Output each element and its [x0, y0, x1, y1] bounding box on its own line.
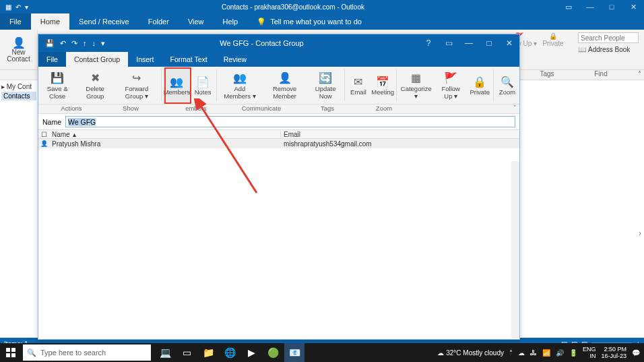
- start-button[interactable]: [0, 343, 22, 362]
- categorize-button-inner[interactable]: ▦Categorize ▾: [398, 67, 434, 104]
- remove-member-button[interactable]: 👤Remove Member: [261, 67, 308, 104]
- save-icon[interactable]: 💾: [45, 39, 55, 48]
- follow-up-button-inner[interactable]: 🚩Follow Up ▾: [434, 67, 468, 104]
- ribbon-display-icon[interactable]: ▭: [558, 0, 579, 13]
- inner-tab-insert[interactable]: Insert: [128, 52, 162, 67]
- inner-ribbon: 💾Save & Close ✖Delete Group ↪Forward Gro…: [38, 67, 519, 104]
- contacts-folder[interactable]: Contacts: [1, 92, 36, 100]
- up-icon[interactable]: ↑: [83, 39, 87, 47]
- taskbar-app-cortana[interactable]: 💻: [155, 343, 175, 362]
- taskbar-app-taskview[interactable]: ▭: [176, 343, 197, 362]
- inner-minimize-button[interactable]: —: [459, 34, 479, 52]
- tray-chevron-icon[interactable]: ˄: [509, 349, 513, 357]
- inner-tab-file[interactable]: File: [38, 52, 66, 67]
- sort-asc-icon: ▴: [73, 131, 76, 138]
- private-button[interactable]: 🔒 Private: [540, 32, 567, 47]
- categorize-icon-inner: ▦: [411, 71, 421, 85]
- tab-view[interactable]: View: [179, 13, 214, 30]
- lock-icon: 🔒: [549, 32, 557, 40]
- zoom-group-label: Zoom: [367, 104, 401, 113]
- address-book-label: Address Book: [588, 46, 630, 53]
- tray-battery-icon[interactable]: 🔋: [569, 349, 577, 357]
- inner-tab-format-text[interactable]: Format Text: [162, 52, 215, 67]
- inner-close-button[interactable]: ✕: [499, 34, 519, 52]
- inner-tab-contact-group[interactable]: Contact Group: [66, 52, 128, 67]
- taskbar-search[interactable]: 🔍 Type here to search: [23, 344, 151, 361]
- taskbar-app-explorer[interactable]: 📁: [198, 343, 218, 362]
- name-column-header[interactable]: Name ▴: [49, 131, 281, 138]
- down-icon[interactable]: ↓: [92, 39, 96, 47]
- tray-lang[interactable]: ENGIN: [583, 346, 596, 359]
- taskbar-app-ie[interactable]: 🌐: [220, 343, 240, 362]
- tags-group-label: Tags: [527, 70, 567, 80]
- tags-group-label-inner: Tags: [288, 104, 367, 113]
- zoom-icon: 🔍: [501, 75, 514, 88]
- meeting-icon: 📅: [376, 75, 389, 88]
- collapse-ribbon-inner-icon[interactable]: ˄: [513, 104, 517, 111]
- expand-pane-icon[interactable]: ›: [639, 229, 641, 238]
- inner-tabs: File Contact Group Insert Format Text Re…: [38, 52, 519, 67]
- private-button-inner[interactable]: 🔒Private: [468, 67, 492, 104]
- maximize-button[interactable]: □: [601, 0, 622, 13]
- inner-display-button[interactable]: ▭: [439, 34, 459, 52]
- delete-group-button[interactable]: ✖Delete Group: [76, 67, 113, 104]
- address-book-button[interactable]: 📖 Address Book: [578, 46, 639, 53]
- tray-wifi-icon[interactable]: 📶: [542, 349, 550, 357]
- group-name-value: We GFG: [68, 118, 96, 126]
- my-contacts-folder[interactable]: ▸ My Cont: [1, 83, 36, 90]
- new-contact-button[interactable]: 👤 New Contact: [0, 30, 38, 69]
- checkbox-header[interactable]: ☐: [38, 131, 49, 138]
- minimize-button[interactable]: —: [579, 0, 601, 13]
- tray-network-icon[interactable]: 🖧: [530, 349, 537, 357]
- notes-button[interactable]: 📄Notes: [191, 67, 215, 104]
- group-name-input[interactable]: We GFG: [65, 116, 515, 127]
- redo-icon[interactable]: ↷: [71, 39, 77, 48]
- taskbar-search-placeholder: Type here to search: [40, 349, 106, 357]
- taskbar: 🔍 Type here to search 💻 ▭ 📁 🌐 ▶ 🟢 📧 ☁ 32…: [0, 343, 644, 362]
- inner-help-button[interactable]: ?: [418, 34, 439, 52]
- new-contact-label: New Contact: [0, 49, 37, 63]
- show-group-label: Show: [104, 104, 157, 113]
- tab-home[interactable]: Home: [31, 13, 69, 30]
- weather-widget[interactable]: ☁ 32°C Mostly cloudy: [437, 349, 503, 357]
- weather-icon: ☁: [437, 349, 444, 357]
- member-name: Pratyush Mishra: [49, 140, 281, 148]
- vertical-scrollbar[interactable]: [511, 161, 519, 338]
- tray-notifications-icon[interactable]: 💬: [632, 349, 640, 357]
- taskbar-app-chrome[interactable]: 🟢: [263, 343, 283, 362]
- close-button[interactable]: ✕: [622, 0, 644, 13]
- tray-volume-icon[interactable]: 🔊: [556, 349, 564, 357]
- weather-text: 32°C Mostly cloudy: [446, 349, 504, 357]
- main-window-title: Contacts - prakhara306@outlook.com - Out…: [28, 3, 558, 11]
- meeting-button[interactable]: 📅Meeting: [371, 67, 395, 104]
- taskbar-app-outlook[interactable]: 📧: [284, 343, 304, 362]
- tab-file[interactable]: File: [0, 13, 31, 30]
- inner-maximize-button[interactable]: □: [479, 34, 499, 52]
- list-item[interactable]: 👤 Pratyush Mishra mishrapratyush534gmail…: [38, 139, 519, 148]
- taskbar-app-media[interactable]: ▶: [241, 343, 261, 362]
- inner-tab-review[interactable]: Review: [216, 52, 255, 67]
- tab-folder[interactable]: Folder: [139, 13, 179, 30]
- update-now-button[interactable]: 🔄Update Now: [308, 67, 343, 104]
- email-button[interactable]: ✉Email: [346, 67, 371, 104]
- undo-icon[interactable]: ↶: [60, 39, 66, 48]
- folder-pane: ▸ My Cont Contacts: [0, 80, 38, 362]
- forward-group-button[interactable]: ↪Forward Group ▾: [114, 67, 160, 104]
- tell-me-search[interactable]: 💡 Tell me what you want to do: [247, 13, 362, 30]
- email-column-header[interactable]: Email: [281, 131, 519, 138]
- add-members-button[interactable]: 👥Add Members ▾: [218, 67, 261, 104]
- collapse-ribbon-icon[interactable]: ˄: [635, 70, 644, 80]
- bulb-icon: 💡: [257, 18, 266, 26]
- tray-onedrive-icon[interactable]: ☁: [518, 349, 525, 357]
- zoom-button[interactable]: 🔍Zoom: [495, 67, 519, 104]
- search-people-input[interactable]: [578, 32, 639, 43]
- contact-group-window: 💾 ↶ ↷ ↑ ↓ ▾ We GFG - Contact Group ? ▭ —…: [38, 34, 520, 340]
- new-contact-icon: 👤: [12, 36, 26, 49]
- members-button[interactable]: 👥Members: [163, 67, 191, 104]
- qat-undo-icon[interactable]: ↶: [15, 3, 21, 11]
- tab-send-receive[interactable]: Send / Receive: [69, 13, 139, 30]
- save-close-button[interactable]: 💾Save & Close: [38, 67, 76, 104]
- address-book-icon: 📖: [578, 46, 586, 53]
- tab-help[interactable]: Help: [214, 13, 248, 30]
- tray-clock[interactable]: 2:50 PM16-Jul-23: [601, 346, 626, 359]
